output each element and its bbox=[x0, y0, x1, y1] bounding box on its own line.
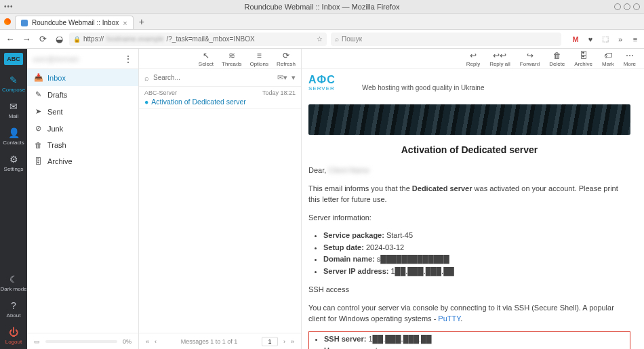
new-tab-button[interactable]: + bbox=[134, 14, 150, 29]
refresh-button[interactable]: ⟳Refresh bbox=[277, 51, 296, 67]
folder-junk[interactable]: ⊘Junk bbox=[27, 120, 138, 137]
window-title: Roundcube Webmail :: Inbox — Mozilla Fir… bbox=[244, 3, 399, 11]
sidebar-compose[interactable]: ✎Compose bbox=[0, 70, 27, 97]
url-scheme: https:// bbox=[83, 35, 104, 43]
window-controls bbox=[614, 3, 640, 10]
extensions-icon[interactable]: ⬚ bbox=[601, 35, 610, 44]
email-body: AФC SERVER Web hosting with good quality… bbox=[302, 69, 644, 349]
power-icon: ⏻ bbox=[0, 327, 27, 337]
message-time: Today 18:21 bbox=[262, 89, 296, 96]
forward-icon: ↪ bbox=[520, 51, 540, 60]
email-title: Activation of Dedicated server bbox=[308, 144, 630, 155]
pager-prev[interactable]: ‹ bbox=[155, 338, 157, 345]
list-toolbar: ↖Select ≋Threads ≡Options ⟳Refresh bbox=[139, 49, 301, 69]
tab-close-icon[interactable]: × bbox=[123, 19, 127, 27]
delete-button[interactable]: 🗑Delete bbox=[549, 51, 565, 67]
url-host-masked: hostname.example bbox=[106, 35, 164, 43]
back-button[interactable]: ← bbox=[4, 34, 16, 44]
reply-all-icon: ↩↩ bbox=[489, 51, 510, 60]
sidebar-contacts[interactable]: 👤Contacts bbox=[0, 123, 27, 150]
search-options-icon[interactable]: ▾ bbox=[291, 73, 296, 82]
threads-button[interactable]: ≋Threads bbox=[222, 51, 241, 67]
tab-favicon-icon bbox=[21, 20, 28, 26]
pager-last[interactable]: » bbox=[291, 338, 294, 345]
delete-icon: 🗑 bbox=[549, 51, 565, 60]
folder-archive[interactable]: 🗄Archive bbox=[27, 153, 138, 169]
storage-bar bbox=[45, 340, 117, 343]
reply-button[interactable]: ↩Reply bbox=[466, 51, 480, 67]
putty-link[interactable]: PuTTY bbox=[438, 314, 460, 323]
bookmark-star-icon[interactable]: ☆ bbox=[317, 35, 323, 43]
minimize-icon[interactable] bbox=[614, 3, 621, 10]
drafts-icon: ✎ bbox=[34, 90, 42, 99]
app-sidebar: ABC ✎Compose ✉Mail 👤Contacts ⚙Settings ☾… bbox=[0, 49, 27, 349]
folder-sent[interactable]: ➤Sent bbox=[27, 103, 138, 120]
shield-icon[interactable]: ◒ bbox=[53, 34, 65, 44]
message-row[interactable]: ABC-ServerToday 18:21 ●Activation of Ded… bbox=[139, 87, 301, 109]
account-menu-icon[interactable]: ⋮ bbox=[123, 54, 133, 64]
sidebar-darkmode[interactable]: ☾Dark mode bbox=[0, 270, 27, 296]
search-input[interactable] bbox=[153, 74, 273, 81]
unread-dot-icon: ● bbox=[144, 98, 148, 106]
folder-drafts[interactable]: ✎Drafts bbox=[27, 86, 138, 103]
pager-page-input[interactable] bbox=[262, 337, 278, 346]
ssh-credentials-box: SSH server: 1██.███.███.██ Username: roo… bbox=[308, 331, 630, 349]
browser-tab[interactable]: Roundcube Webmail :: Inbox × bbox=[15, 16, 134, 29]
mark-button[interactable]: 🏷Mark bbox=[602, 51, 614, 67]
search-placeholder: Пошук bbox=[342, 35, 362, 43]
sent-icon: ➤ bbox=[34, 107, 42, 116]
question-icon: ? bbox=[0, 300, 27, 311]
forward-button[interactable]: → bbox=[20, 34, 33, 44]
archive-action-icon: 🗄 bbox=[574, 51, 592, 60]
search-icon: ⌕ bbox=[335, 35, 339, 43]
reply-all-button[interactable]: ↩↩Reply all bbox=[489, 51, 510, 67]
intro-text: This email informs you that the Dedicate… bbox=[308, 183, 630, 205]
inbox-icon: 📥 bbox=[34, 73, 42, 82]
options-button[interactable]: ≡Options bbox=[249, 51, 268, 67]
message-subject: Activation of Dedicated server bbox=[151, 98, 245, 106]
storage-meter: ▭ 0% bbox=[27, 333, 138, 349]
junk-icon: ⊘ bbox=[34, 124, 42, 133]
storage-percent: 0% bbox=[123, 338, 132, 345]
folder-list: user@domain ⋮ 📥Inbox ✎Drafts ➤Sent ⊘Junk… bbox=[27, 49, 139, 349]
mail-icon: ✉ bbox=[0, 101, 27, 112]
pager-next[interactable]: › bbox=[283, 338, 285, 345]
folder-trash[interactable]: 🗑Trash bbox=[27, 137, 138, 153]
compose-icon: ✎ bbox=[0, 75, 27, 85]
gmail-icon[interactable]: M bbox=[571, 35, 580, 44]
close-window-icon[interactable] bbox=[633, 3, 640, 10]
tab-title: Roundcube Webmail :: Inbox bbox=[32, 19, 119, 26]
browser-tabbar: Roundcube Webmail :: Inbox × + bbox=[0, 14, 644, 30]
ublock-icon[interactable]: ♥ bbox=[586, 35, 595, 44]
address-bar[interactable]: 🔒 https:// hostname.example /?_task=mail… bbox=[69, 33, 327, 46]
sidebar-logout[interactable]: ⏻Logout bbox=[0, 323, 27, 349]
search-scope-icon[interactable]: ✉▾ bbox=[277, 73, 287, 82]
sidebar-settings[interactable]: ⚙Settings bbox=[0, 150, 27, 176]
forward-button[interactable]: ↪Forward bbox=[520, 51, 540, 67]
overflow-icon[interactable]: » bbox=[616, 35, 625, 44]
archive-icon: 🗄 bbox=[34, 157, 42, 165]
trash-icon: 🗑 bbox=[34, 141, 42, 149]
pager-summary: Messages 1 to 1 of 1 bbox=[181, 338, 238, 345]
browser-search[interactable]: ⌕ Пошук bbox=[331, 33, 561, 46]
message-content-pane: ↩Reply ↩↩Reply all ↪Forward 🗑Delete 🗄Arc… bbox=[302, 49, 644, 349]
tag-icon: 🏷 bbox=[602, 51, 614, 60]
cursor-icon: ↖ bbox=[199, 51, 214, 60]
select-button[interactable]: ↖Select bbox=[199, 51, 214, 67]
message-search[interactable]: ⌕ ✉▾ ▾ bbox=[139, 69, 301, 87]
hero-image bbox=[308, 104, 630, 135]
message-from: ABC-Server bbox=[144, 89, 177, 96]
more-button[interactable]: ⋯More bbox=[624, 51, 636, 67]
sidebar-mail[interactable]: ✉Mail bbox=[0, 97, 27, 123]
pager-first[interactable]: « bbox=[146, 338, 149, 345]
search-icon: ⌕ bbox=[144, 74, 149, 82]
gear-icon: ⚙ bbox=[0, 154, 27, 165]
sidebar-about[interactable]: ?About bbox=[0, 296, 27, 323]
folder-inbox[interactable]: 📥Inbox bbox=[27, 69, 138, 86]
reload-button[interactable]: ⟳ bbox=[37, 34, 49, 44]
archive-button[interactable]: 🗄Archive bbox=[574, 51, 592, 67]
app-menu-button[interactable]: ≡ bbox=[630, 35, 640, 44]
maximize-icon[interactable] bbox=[624, 3, 630, 10]
more-icon: ⋯ bbox=[624, 51, 636, 60]
app-menu-icon[interactable]: ••• bbox=[4, 3, 14, 10]
